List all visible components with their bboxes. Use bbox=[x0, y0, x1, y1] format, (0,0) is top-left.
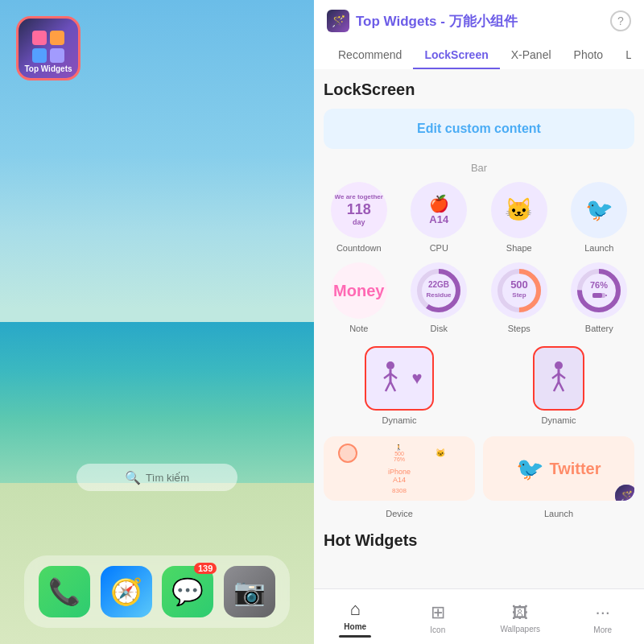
device-label: Device bbox=[386, 509, 413, 518]
tab-active-indicator bbox=[339, 635, 371, 638]
svg-text:500: 500 bbox=[510, 279, 528, 291]
icon-sq-orange bbox=[50, 31, 64, 45]
svg-line-25 bbox=[559, 382, 564, 391]
tab-icon[interactable]: ⊞ Icon bbox=[397, 599, 480, 638]
dynamic-row: ♥ Dynamic Dynamic bbox=[324, 346, 634, 425]
home-icon: ⌂ bbox=[350, 599, 361, 620]
widget-disk-circle: 22GB Residue bbox=[411, 262, 467, 319]
messages-icon: 💬 bbox=[171, 576, 204, 607]
mini-logo: 🪄 bbox=[615, 485, 634, 501]
widget-battery-item[interactable]: 76% Battery bbox=[564, 262, 635, 333]
dock-phone[interactable]: 📞 bbox=[39, 566, 90, 617]
cpu-text: A14 bbox=[429, 213, 449, 226]
battery-svg: 76% bbox=[575, 266, 623, 315]
widget-note-item[interactable]: Money Note bbox=[324, 262, 394, 333]
svg-text:76%: 76% bbox=[590, 280, 608, 290]
preview-launch-card[interactable]: 🐦 Twitter 🪄 bbox=[483, 436, 634, 501]
device-cat: 🐱 bbox=[421, 444, 460, 463]
tab-wallpapers[interactable]: 🖼 Wallpapers bbox=[479, 601, 562, 637]
svg-point-20 bbox=[555, 361, 563, 369]
widget-countdown-item[interactable]: We are together 118 day Countdown bbox=[324, 182, 394, 253]
tab-home[interactable]: ⌂ Home bbox=[314, 596, 397, 641]
widget-disk-item[interactable]: 22GB Residue Disk bbox=[404, 262, 475, 333]
dynamic-item-1[interactable]: ♥ Dynamic bbox=[324, 346, 475, 425]
iphone-text: iPhoneA14 bbox=[388, 468, 411, 484]
svg-rect-12 bbox=[592, 293, 602, 298]
twitter-bird-icon: 🐦 bbox=[585, 196, 613, 224]
mini-logo-overlap: 🪄 bbox=[615, 485, 634, 501]
preview-launch-item[interactable]: 🐦 Twitter 🪄 Launch bbox=[483, 436, 634, 518]
icon-tab-label: Icon bbox=[430, 625, 445, 634]
icon-squares bbox=[32, 31, 64, 63]
messages-badge: 139 bbox=[194, 563, 217, 574]
heart-icon-1: ♥ bbox=[411, 368, 422, 389]
widget-countdown-circle: We are together 118 day bbox=[331, 182, 387, 238]
mini-logo-icon: 🪄 bbox=[621, 490, 633, 501]
tab-more[interactable]: ··· More bbox=[562, 599, 645, 638]
device-circle bbox=[338, 444, 357, 463]
widget-cpu-circle: 🍎 A14 bbox=[411, 182, 467, 238]
dock: 📞 🧭 💬 139 📷 bbox=[24, 555, 290, 628]
svg-text:Residue: Residue bbox=[427, 291, 452, 299]
walking-figure-1 bbox=[376, 361, 405, 396]
countdown-unit: day bbox=[335, 218, 383, 227]
dynamic-card-2[interactable] bbox=[533, 346, 584, 411]
note-label: Note bbox=[349, 324, 368, 333]
dynamic-item-2[interactable]: Dynamic bbox=[483, 346, 634, 425]
sea-background bbox=[0, 322, 314, 483]
widget-launch-circle: 🐦 bbox=[571, 182, 627, 238]
dock-messages[interactable]: 💬 139 bbox=[162, 566, 213, 617]
preview-row: 🚶50076% 🐱 iPhoneA14 8308 Device 🐦 Twitte… bbox=[324, 436, 634, 518]
disk-svg: 22GB Residue bbox=[415, 266, 463, 315]
dynamic-label-1: Dynamic bbox=[382, 415, 417, 425]
search-bar[interactable]: 🔍 Tìm kiếm bbox=[76, 464, 237, 491]
widget-launch-item[interactable]: 🐦 Launch bbox=[564, 182, 635, 253]
top-widgets-app-icon[interactable]: Top Widgets bbox=[16, 16, 80, 80]
home-tab-label: Home bbox=[344, 622, 366, 631]
wallpapers-tab-label: Wallpapers bbox=[500, 625, 540, 634]
widget-cpu-item[interactable]: 🍎 A14 CPU bbox=[404, 182, 475, 253]
dynamic-card-1[interactable]: ♥ bbox=[365, 346, 433, 411]
search-bar-placeholder: Tìm kiếm bbox=[146, 472, 189, 484]
widget-note-circle: Money bbox=[331, 262, 387, 319]
preview-device-card[interactable]: 🚶50076% 🐱 iPhoneA14 8308 bbox=[324, 436, 475, 501]
icon-sq-pink bbox=[32, 31, 47, 45]
help-button[interactable]: ? bbox=[610, 10, 631, 31]
countdown-top-text: We are together bbox=[335, 193, 383, 201]
app-icon-container[interactable]: Top Widgets bbox=[16, 16, 80, 80]
hot-widgets-title: Hot Widgets bbox=[324, 531, 634, 550]
nav-tabs: Recommend LockScreen X-Panel Photo Li... bbox=[327, 42, 631, 69]
battery-label: Battery bbox=[585, 324, 613, 333]
widget-battery-circle: 76% bbox=[571, 262, 627, 319]
cpu-label: CPU bbox=[430, 243, 448, 253]
icon-sq-purple bbox=[50, 48, 64, 63]
tab-recommend[interactable]: Recommend bbox=[327, 42, 413, 69]
launch-label: Launch bbox=[584, 243, 613, 253]
svg-line-19 bbox=[390, 382, 395, 391]
svg-text:Step: Step bbox=[512, 291, 526, 299]
edit-custom-button[interactable]: Edit custom content bbox=[324, 109, 634, 149]
lockscreen-title: LockScreen bbox=[324, 80, 634, 99]
preview-device-item[interactable]: 🚶50076% 🐱 iPhoneA14 8308 Device bbox=[324, 436, 475, 518]
safari-icon: 🧭 bbox=[110, 576, 142, 607]
dock-camera[interactable]: 📷 bbox=[224, 566, 275, 617]
tab-li[interactable]: Li... bbox=[614, 42, 631, 69]
tab-lockscreen[interactable]: LockScreen bbox=[413, 42, 499, 69]
search-icon: 🔍 bbox=[125, 470, 141, 485]
tab-xpanel[interactable]: X-Panel bbox=[500, 42, 563, 69]
question-icon: ? bbox=[617, 14, 624, 27]
phone-icon: 📞 bbox=[48, 576, 80, 607]
left-panel: Top Widgets 🔍 Tìm kiếm 📞 🧭 💬 139 📷 bbox=[0, 0, 314, 644]
countdown-content: We are together 118 day bbox=[335, 193, 383, 227]
widget-steps-item[interactable]: 500 Step Steps bbox=[484, 262, 555, 333]
widget-shape-item[interactable]: 🐱 Shape bbox=[484, 182, 555, 253]
cpu-content: 🍎 A14 bbox=[429, 194, 449, 226]
shape-cat-icon: 🐱 bbox=[505, 196, 533, 224]
wallpapers-tab-icon: 🖼 bbox=[512, 604, 528, 622]
twitter-label-large: Twitter bbox=[549, 460, 601, 478]
content-area: LockScreen Edit custom content Bar We ar… bbox=[314, 69, 644, 588]
svg-rect-13 bbox=[605, 295, 607, 296]
tab-photo[interactable]: Photo bbox=[563, 42, 615, 69]
dock-safari[interactable]: 🧭 bbox=[101, 566, 152, 617]
device-steps: 🚶50076% bbox=[380, 444, 419, 463]
